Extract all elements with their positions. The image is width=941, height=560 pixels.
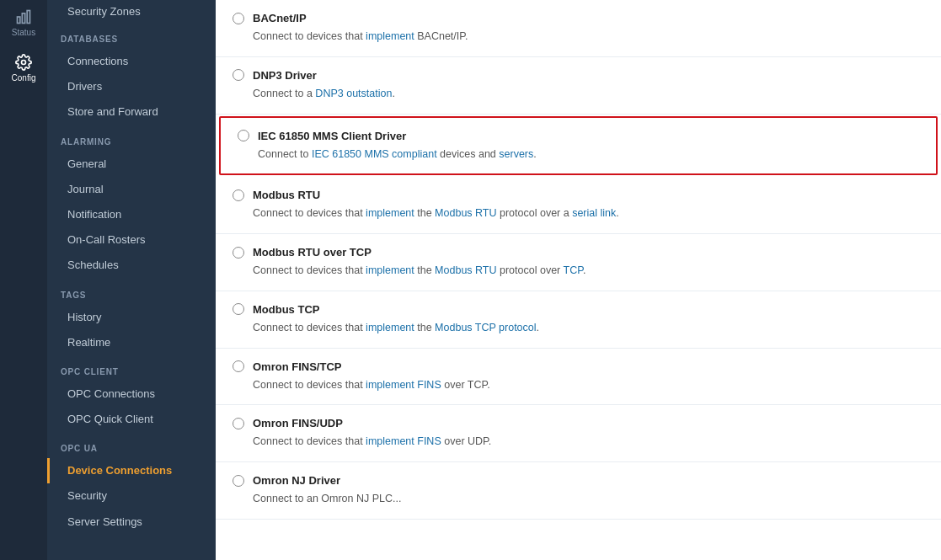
driver-radio-modbus-rtu[interactable]: [233, 189, 244, 201]
sidebar-section-alarming: ALARMING: [47, 125, 216, 152]
svg-point-3: [22, 61, 26, 65]
sidebar-section-tags: TAGS: [47, 279, 216, 305]
driver-item-modbus-rtu[interactable]: Modbus RTU Connect to devices that imple…: [216, 177, 941, 234]
driver-name-modbus-rtu: Modbus RTU: [253, 189, 320, 201]
sidebar-item-security[interactable]: Security: [47, 483, 216, 509]
config-nav-label: Config: [12, 73, 36, 83]
driver-desc-omron-fins-udp: Connect to devices that implement FINS o…: [233, 434, 924, 450]
sidebar-item-notification[interactable]: Notification: [47, 202, 216, 227]
status-nav-label: Status: [12, 28, 35, 37]
config-nav-item[interactable]: Config: [0, 45, 47, 91]
sidebar-item-realtime[interactable]: Realtime: [47, 330, 216, 355]
driver-name-iec61850: IEC 61850 MMS Client Driver: [258, 130, 406, 142]
driver-name-omron-nj: Omron NJ Driver: [253, 474, 340, 487]
driver-desc-modbus-rtu-tcp: Connect to devices that implement the Mo…: [233, 263, 924, 279]
sidebar-item-opc-quick-client[interactable]: OPC Quick Client: [47, 407, 216, 432]
driver-radio-modbus-rtu-tcp[interactable]: [233, 247, 244, 259]
driver-name-omron-fins-tcp: Omron FINS/TCP: [253, 360, 341, 373]
svg-rect-0: [18, 17, 20, 24]
driver-radio-iec61850[interactable]: [238, 130, 249, 141]
driver-radio-omron-fins-tcp[interactable]: [233, 360, 244, 372]
sidebar-item-history[interactable]: History: [47, 305, 216, 330]
sidebar-item-journal[interactable]: Journal: [47, 177, 216, 202]
driver-radio-dnp3[interactable]: [233, 69, 244, 81]
driver-name-modbus-rtu-tcp: Modbus RTU over TCP: [253, 246, 372, 259]
sidebar-item-connections[interactable]: Connections: [47, 49, 216, 74]
driver-desc-bacnetip: Connect to devices that implement BACnet…: [233, 29, 924, 45]
driver-radio-modbus-tcp[interactable]: [233, 303, 244, 315]
status-nav-item[interactable]: Status: [0, 0, 47, 45]
svg-rect-2: [27, 11, 29, 24]
sidebar-item-device-connections[interactable]: Device Connections: [47, 458, 216, 483]
driver-item-modbus-rtu-tcp[interactable]: Modbus RTU over TCP Connect to devices t…: [216, 234, 941, 291]
driver-desc-omron-fins-tcp: Connect to devices that implement FINS o…: [233, 377, 924, 393]
driver-name-dnp3: DNP3 Driver: [253, 69, 317, 82]
sidebar-item-drivers[interactable]: Drivers: [47, 74, 216, 99]
driver-desc-omron-nj: Connect to an Omron NJ PLC...: [233, 491, 924, 507]
sidebar-section-opc-ua: OPC UA: [47, 432, 216, 458]
sidebar-section-opc-client: OPC CLIENT: [47, 355, 216, 381]
driver-name-bacnetip: BACnet/IP: [253, 12, 307, 24]
sidebar-item-store-and-forward[interactable]: Store and Forward: [47, 99, 216, 125]
driver-desc-modbus-tcp: Connect to devices that implement the Mo…: [233, 320, 924, 336]
sidebar: Security Zones DATABASES Connections Dri…: [47, 0, 216, 560]
icon-bar: Status Config: [0, 0, 47, 560]
sidebar-item-general[interactable]: General: [47, 152, 216, 177]
sidebar-item-security-zones[interactable]: Security Zones: [47, 0, 216, 23]
driver-list: BACnet/IP Connect to devices that implem…: [216, 0, 941, 520]
driver-radio-bacnetip[interactable]: [233, 13, 244, 24]
sidebar-section-databases: DATABASES: [47, 23, 216, 49]
driver-radio-omron-fins-udp[interactable]: [233, 418, 244, 429]
driver-item-bacnetip[interactable]: BACnet/IP Connect to devices that implem…: [216, 0, 941, 57]
driver-desc-modbus-rtu: Connect to devices that implement the Mo…: [233, 205, 924, 221]
driver-radio-omron-nj[interactable]: [233, 475, 244, 487]
sidebar-item-opc-connections[interactable]: OPC Connections: [47, 381, 216, 407]
driver-item-dnp3[interactable]: DNP3 Driver Connect to a DNP3 outstation…: [216, 57, 941, 115]
driver-item-iec61850[interactable]: IEC 61850 MMS Client Driver Connect to I…: [219, 116, 938, 176]
driver-desc-iec61850: Connect to IEC 61850 MMS compliant devic…: [238, 147, 919, 163]
main-content: BACnet/IP Connect to devices that implem…: [216, 0, 941, 560]
svg-rect-1: [22, 13, 24, 24]
driver-item-omron-fins-tcp[interactable]: Omron FINS/TCP Connect to devices that i…: [216, 349, 941, 406]
driver-name-modbus-tcp: Modbus TCP: [253, 303, 319, 316]
driver-name-omron-fins-udp: Omron FINS/UDP: [253, 417, 343, 429]
driver-desc-dnp3: Connect to a DNP3 outstation.: [233, 86, 924, 102]
sidebar-item-schedules[interactable]: Schedules: [47, 253, 216, 278]
sidebar-item-server-settings[interactable]: Server Settings: [47, 509, 216, 535]
driver-item-omron-fins-udp[interactable]: Omron FINS/UDP Connect to devices that i…: [216, 405, 941, 462]
driver-item-modbus-tcp[interactable]: Modbus TCP Connect to devices that imple…: [216, 291, 941, 349]
driver-item-omron-nj[interactable]: Omron NJ Driver Connect to an Omron NJ P…: [216, 462, 941, 520]
sidebar-item-on-call-rosters[interactable]: On-Call Rosters: [47, 227, 216, 253]
